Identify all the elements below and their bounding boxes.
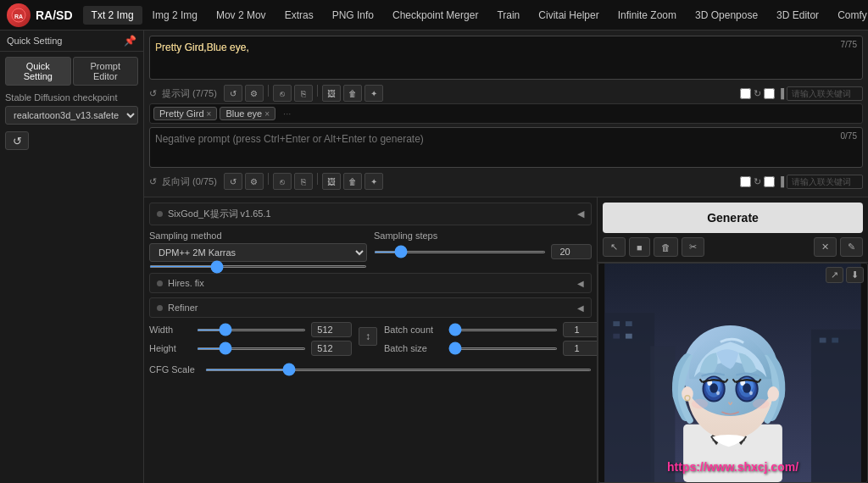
toolbar-copy-btn[interactable]: ⎘	[294, 85, 313, 102]
nav-tab-civitai-helper[interactable]: Civitai Helper	[530, 6, 607, 25]
action-btn-arrow-ul[interactable]: ↖	[603, 237, 626, 257]
neg-toolbar-paste-btn[interactable]: ⎋	[273, 173, 292, 190]
prompt-checkbox-2[interactable]	[764, 88, 775, 99]
tag-pretty-gird-close[interactable]: ×	[207, 109, 212, 119]
sidebar-tab-quick-setting[interactable]: Quick Setting	[5, 57, 71, 86]
hires-dot	[157, 280, 163, 286]
height-label: Height	[149, 343, 192, 353]
main-content: <span class="positive-prompt-text"></spa…	[144, 31, 868, 483]
svg-point-34	[692, 399, 708, 409]
neg-toolbar-settings-btn[interactable]: ⚙	[245, 173, 264, 190]
hires-row[interactable]: Hires. fix ◀	[149, 273, 592, 293]
positive-prompt-counter: 7/75	[841, 40, 857, 49]
sampling-method-slider[interactable]	[149, 265, 367, 268]
action-btn-trash[interactable]: 🗑	[654, 237, 678, 257]
nav-tab-train[interactable]: Train	[488, 6, 528, 25]
action-btn-scissors[interactable]: ✂	[682, 237, 704, 257]
checkpoint-refresh-button[interactable]: ↺	[5, 131, 29, 150]
sampling-row: Sampling method DPM++ 2M Karras Sampling…	[149, 230, 592, 268]
batch-col: Batch count 1 Batch size 1	[384, 322, 597, 356]
negative-prompt-counter: 0/75	[841, 131, 857, 141]
neg-toolbar-image-btn[interactable]: 🖼	[322, 173, 341, 190]
neg-toolbar-reload-btn[interactable]: ↺	[224, 173, 242, 190]
action-btn-edit[interactable]: ✎	[840, 237, 863, 257]
neg-keyword-input[interactable]	[787, 175, 863, 189]
prompt-checkbox-1[interactable]	[740, 88, 751, 99]
generate-button[interactable]: Generate	[603, 203, 863, 233]
neg-toolbar-copy-btn[interactable]: ⎘	[294, 173, 313, 190]
sidebar-tab-prompt-editor[interactable]: Prompt Editor	[73, 57, 139, 86]
pin-icon[interactable]: 📌	[124, 35, 136, 47]
nav-tab-img2img[interactable]: Img 2 Img	[144, 6, 206, 25]
app-logo: RA RA/SD	[7, 3, 73, 27]
toolbar-extra-btn[interactable]: ✦	[364, 85, 383, 102]
keyword-input[interactable]	[787, 86, 863, 101]
neg-toolbar-extra-btn[interactable]: ✦	[364, 173, 383, 190]
neg-checkbox-1[interactable]	[740, 176, 751, 187]
refiner-row[interactable]: Refiner ◀	[149, 297, 592, 318]
width-slider[interactable]	[197, 329, 306, 331]
action-btn-stop[interactable]: ■	[629, 237, 650, 257]
negative-prompt-textarea[interactable]	[150, 128, 862, 164]
refresh-icon-small: ↺	[149, 88, 157, 99]
toolbar-image-btn[interactable]: 🖼	[322, 85, 341, 102]
refiner-dot	[157, 305, 163, 311]
toolbar-delete-btn[interactable]: 🗑	[343, 85, 362, 102]
sixgod-row: SixGod_K提示词 v1.65.1 ◀	[149, 203, 592, 225]
quick-setting-panel: Quick Setting 📌 Quick Setting Prompt Edi…	[0, 31, 144, 483]
checkpoint-label: Stable Diffusion checkpoint	[5, 92, 138, 103]
refiner-label: Refiner	[157, 303, 198, 313]
height-slider[interactable]	[197, 347, 306, 350]
sixgod-chevron[interactable]: ◀	[577, 208, 584, 219]
batch-size-slider[interactable]	[448, 347, 558, 350]
svg-rect-12	[832, 338, 838, 343]
width-input[interactable]: 512	[311, 322, 352, 337]
preview-expand-btn[interactable]: ↗	[826, 267, 843, 283]
nav-tab-infinite-zoom[interactable]: Infinite Zoom	[609, 6, 685, 25]
nav-tab-txt2img[interactable]: Txt 2 Img	[83, 6, 142, 25]
swap-col: ↕	[359, 322, 377, 346]
refiner-chevron: ◀	[577, 303, 584, 313]
settings-main: SixGod_K提示词 v1.65.1 ◀ Sampling method DP…	[144, 197, 868, 483]
batch-size-input[interactable]: 1	[563, 341, 597, 356]
nav-tab-3d-openpose[interactable]: 3D Openpose	[687, 6, 766, 25]
batch-count-row: Batch count 1	[384, 322, 597, 337]
sampling-steps-slider[interactable]	[374, 251, 546, 253]
nav-tab-comfy-ui[interactable]: Comfy UI	[829, 6, 868, 25]
nav-tab-checkpoint-merger[interactable]: Checkpoint Merger	[384, 6, 487, 25]
sampling-steps-input[interactable]: 20	[551, 244, 592, 259]
svg-rect-8	[626, 321, 632, 326]
batch-count-input[interactable]: 1	[563, 322, 597, 337]
batch-count-slider[interactable]	[448, 329, 558, 331]
sampling-method-label: Sampling method	[149, 230, 367, 241]
action-buttons-row: ↖ ■ 🗑 ✂ ✕ ✎	[603, 237, 863, 257]
width-label: Width	[149, 325, 192, 335]
height-input[interactable]: 512	[311, 341, 352, 356]
nav-tab-3d-editor[interactable]: 3D Editor	[768, 6, 827, 25]
toolbar-reload-btn[interactable]: ↺	[224, 85, 242, 102]
cfg-slider[interactable]	[205, 369, 592, 371]
positive-prompt-textarea[interactable]: <span class="positive-prompt-text"></spa…	[150, 36, 862, 74]
tag-blue-eye-close[interactable]: ×	[264, 109, 270, 119]
svg-point-26	[709, 383, 718, 393]
positive-prompt-section: <span class="positive-prompt-text"></spa…	[144, 31, 868, 197]
action-btn-close[interactable]: ✕	[814, 237, 837, 257]
negative-prompt-box: 0/75	[149, 127, 863, 168]
swap-dimensions-button[interactable]: ↕	[359, 327, 377, 346]
toolbar-paste-btn[interactable]: ⎋	[273, 85, 292, 102]
svg-point-36	[682, 386, 693, 402]
negative-toolbar: ↺ 反向词 (0/75) ↺ ⚙ ⎋ ⎘ 🖼 🗑 ✦ ↻	[149, 171, 863, 192]
svg-point-35	[753, 399, 769, 409]
toolbar-buttons: ↺ ⚙ ⎋ ⎘ 🖼 🗑 ✦	[224, 85, 383, 102]
tags-row: Pretty Gird × Blue eye × ···	[149, 103, 863, 124]
toolbar-settings-btn[interactable]: ⚙	[245, 85, 264, 102]
nav-tab-png-info[interactable]: PNG Info	[324, 6, 382, 25]
nav-tab-mov2mov[interactable]: Mov 2 Mov	[208, 6, 275, 25]
neg-toolbar-delete-btn[interactable]: 🗑	[343, 173, 362, 190]
checkpoint-select[interactable]: realcartoon3d_v13.safetensors |	[5, 106, 138, 125]
preview-download-btn[interactable]: ⬇	[846, 267, 864, 283]
neg-checkbox-2[interactable]	[764, 176, 775, 187]
svg-rect-11	[820, 338, 826, 343]
nav-tab-extras[interactable]: Extras	[276, 6, 322, 25]
main-layout: Quick Setting 📌 Quick Setting Prompt Edi…	[0, 31, 868, 483]
